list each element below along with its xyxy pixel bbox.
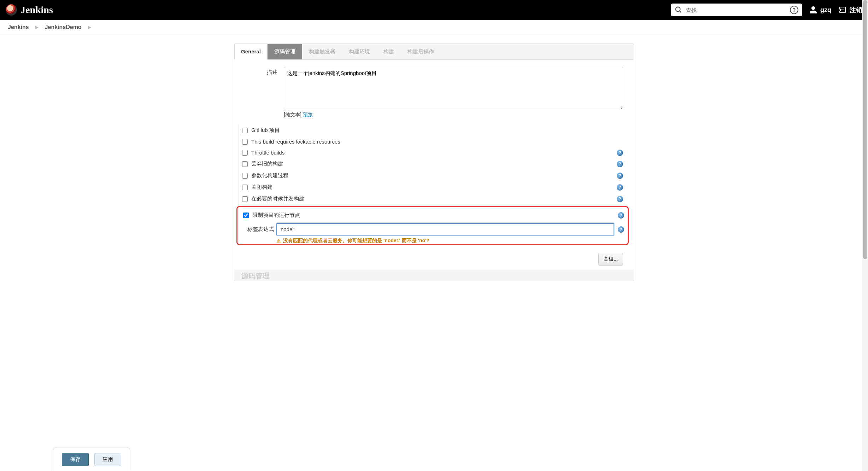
jenkins-logo-icon[interactable]	[6, 4, 17, 16]
checkbox-concurrent-build[interactable]	[242, 196, 248, 202]
svg-point-0	[676, 7, 680, 12]
header-left: Jenkins	[6, 4, 53, 16]
header-right: ? gzq 注销	[671, 4, 862, 16]
help-icon[interactable]: ?	[617, 173, 623, 179]
logout-label: 注销	[850, 6, 862, 14]
search-box[interactable]: ?	[671, 4, 802, 16]
advanced-button[interactable]: 高级...	[598, 253, 623, 266]
description-hint: [纯文本] 预览	[284, 112, 623, 118]
tab-scm[interactable]: 源码管理	[268, 44, 302, 59]
help-icon[interactable]: ?	[617, 196, 623, 202]
scrollbar-thumb[interactable]	[863, 0, 867, 259]
checkbox-label[interactable]: 参数化构建过程	[251, 172, 288, 179]
main-content: General 源码管理 构建触发器 构建环境 构建 构建后操作 描述 [纯文本…	[230, 43, 638, 281]
tab-triggers[interactable]: 构建触发器	[302, 44, 342, 59]
checkbox-row-github: GitHub 项目	[242, 124, 623, 136]
config-panel: General 源码管理 构建触发器 构建环境 构建 构建后操作 描述 [纯文本…	[234, 43, 634, 281]
checkbox-restrict-node[interactable]	[243, 213, 249, 218]
search-icon	[675, 6, 682, 14]
svg-line-1	[680, 11, 681, 13]
plain-text-label: [纯文本]	[284, 112, 303, 117]
label-expression-label: 标签表达式	[241, 226, 276, 233]
checkbox-disable-build[interactable]	[242, 185, 248, 190]
label-expression-row: 标签表达式 ?	[241, 223, 624, 236]
help-icon[interactable]: ?	[617, 150, 623, 156]
checkbox-parameterized-build[interactable]	[242, 173, 248, 179]
user-icon	[809, 6, 817, 14]
username-label: gzq	[820, 6, 831, 14]
top-header: Jenkins ? gzq 注销	[0, 0, 868, 20]
warning-icon: ⚠	[276, 238, 281, 244]
breadcrumb-item-jenkins[interactable]: Jenkins	[8, 24, 29, 30]
checkbox-github-project[interactable]	[242, 128, 248, 133]
vertical-scrollbar[interactable]	[862, 0, 868, 281]
tab-post-build[interactable]: 构建后操作	[401, 44, 441, 59]
label-expression-warning: ⚠ 没有匹配的代理或者云服务。你可能想要的是 'node1' 而不是 'no'?	[241, 238, 624, 244]
description-label: 描述	[238, 67, 284, 76]
breadcrumb-item-project[interactable]: JenkinsDemo	[45, 24, 82, 30]
label-expression-input[interactable]	[276, 223, 614, 236]
help-icon[interactable]: ?	[618, 226, 624, 233]
user-link[interactable]: gzq	[809, 6, 831, 14]
warning-text: 没有匹配的代理或者云服务。你可能想要的是 'node1' 而不是 'no'?	[283, 238, 429, 244]
jenkins-logo-text[interactable]: Jenkins	[20, 4, 53, 16]
checkbox-lockable-resources[interactable]	[242, 139, 248, 145]
checkbox-label[interactable]: Throttle builds	[251, 150, 285, 156]
checkbox-throttle-builds[interactable]	[242, 150, 248, 156]
tab-general[interactable]: General	[234, 44, 268, 60]
chevron-right-icon: ▶	[35, 25, 39, 30]
checkbox-row-parameterized: 参数化构建过程 ?	[242, 170, 623, 181]
checkbox-row-concurrent: 在必要的时候并发构建 ?	[242, 193, 623, 205]
checkbox-discard-old-builds[interactable]	[242, 161, 248, 167]
checkbox-label[interactable]: GitHub 项目	[251, 127, 280, 134]
restrict-node-highlight: 限制项目的运行节点 ? 标签表达式 ? ⚠ 没有匹配的代理或者云服务。你可能想要…	[236, 206, 629, 245]
search-input[interactable]	[682, 7, 790, 13]
logout-link[interactable]: 注销	[838, 6, 862, 14]
description-textarea[interactable]	[284, 67, 623, 109]
preview-link[interactable]: 预览	[303, 112, 313, 117]
checkbox-label[interactable]: 关闭构建	[251, 184, 272, 191]
logout-icon	[838, 6, 847, 14]
search-help-icon[interactable]: ?	[790, 6, 798, 14]
checkbox-row-lockable: This build requires lockable resources	[242, 136, 623, 147]
next-section-heading: 源码管理	[234, 270, 634, 281]
help-icon[interactable]: ?	[617, 161, 623, 167]
checkbox-row-restrict: 限制项目的运行节点 ?	[241, 209, 624, 221]
tab-build-env[interactable]: 构建环境	[342, 44, 377, 59]
checkbox-label[interactable]: 限制项目的运行节点	[252, 212, 300, 219]
checkbox-row-throttle: Throttle builds ?	[242, 147, 623, 158]
breadcrumb: Jenkins ▶ JenkinsDemo ▶	[0, 20, 868, 35]
checkbox-row-discard: 丢弃旧的构建 ?	[242, 158, 623, 170]
tab-build[interactable]: 构建	[377, 44, 401, 59]
advanced-row: 高级...	[234, 249, 634, 270]
checkbox-label[interactable]: 在必要的时候并发构建	[251, 196, 304, 202]
help-icon[interactable]: ?	[618, 212, 624, 219]
help-icon[interactable]: ?	[617, 184, 623, 191]
config-body: 描述 [纯文本] 预览 GitHub 项目 This build require…	[234, 60, 634, 249]
checkbox-label[interactable]: This build requires lockable resources	[251, 139, 340, 145]
checkbox-list: GitHub 项目 This build requires lockable r…	[238, 124, 623, 245]
checkbox-row-disable: 关闭构建 ?	[242, 181, 623, 193]
config-tabs: General 源码管理 构建触发器 构建环境 构建 构建后操作	[234, 44, 634, 60]
chevron-right-icon: ▶	[88, 25, 91, 30]
description-row: 描述 [纯文本] 预览	[238, 67, 623, 118]
checkbox-label[interactable]: 丢弃旧的构建	[251, 161, 283, 167]
